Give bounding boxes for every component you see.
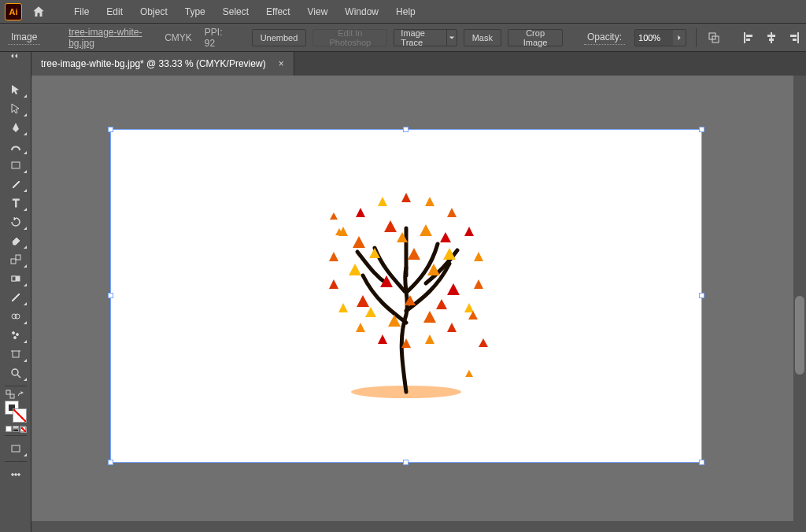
svg-rect-8: [797, 32, 799, 43]
transform-icon[interactable]: [706, 29, 722, 46]
svg-point-19: [12, 332, 14, 334]
svg-rect-2: [744, 32, 745, 43]
svg-rect-29: [12, 445, 20, 452]
opacity-input[interactable]: [635, 30, 673, 46]
home-icon[interactable]: [28, 2, 49, 22]
gradient-tool[interactable]: [2, 269, 30, 288]
align-right-icon[interactable]: [786, 29, 801, 46]
color-mode-label: CMYK: [161, 32, 195, 43]
tab-title: tree-image-white-bg.jpg* @ 33.33 % (CMYK…: [41, 58, 266, 69]
symbol-sprayer-tool[interactable]: [2, 326, 30, 345]
svg-rect-11: [12, 162, 20, 168]
svg-rect-28: [10, 394, 14, 398]
paintbrush-tool[interactable]: [2, 175, 30, 194]
svg-point-25: [12, 369, 18, 375]
selection-handle[interactable]: [699, 127, 704, 132]
svg-point-18: [15, 314, 20, 319]
svg-point-32: [17, 474, 20, 476]
svg-point-30: [11, 474, 13, 476]
edit-toolbar[interactable]: [2, 465, 30, 484]
align-center-icon[interactable]: [763, 29, 779, 46]
canvas-area[interactable]: [31, 76, 793, 521]
fill-stroke-swap[interactable]: [6, 390, 26, 399]
rotate-tool[interactable]: [2, 212, 30, 231]
expand-panel-icon[interactable]: [0, 52, 31, 76]
direct-selection-tool[interactable]: [2, 99, 30, 118]
eyedropper-tool[interactable]: [2, 288, 30, 307]
tools-panel: T: [0, 76, 31, 532]
opacity-field[interactable]: [634, 29, 686, 46]
screen-mode-tool[interactable]: [2, 439, 30, 458]
document-tab[interactable]: tree-image-white-bg.jpg* @ 33.33 % (CMYK…: [31, 52, 294, 76]
menu-effect[interactable]: Effect: [258, 2, 298, 22]
svg-rect-5: [771, 32, 772, 43]
svg-point-31: [14, 474, 17, 476]
menu-edit[interactable]: Edit: [98, 2, 131, 22]
close-icon[interactable]: ×: [279, 58, 284, 69]
svg-rect-22: [13, 351, 19, 357]
type-tool[interactable]: T: [2, 194, 30, 212]
selected-image[interactable]: [110, 129, 702, 463]
chevron-down-icon[interactable]: [446, 30, 457, 46]
selection-handle[interactable]: [403, 460, 409, 465]
svg-rect-3: [746, 35, 752, 37]
svg-rect-9: [790, 35, 797, 37]
svg-rect-27: [6, 390, 10, 394]
opacity-label: Opacity:: [584, 30, 625, 45]
crop-image-button[interactable]: Crop Image: [508, 29, 563, 46]
control-bar: Image tree-image-white-bg.jpg CMYK PPI: …: [0, 24, 806, 52]
menu-object[interactable]: Object: [132, 2, 176, 22]
pen-tool[interactable]: [2, 118, 30, 137]
color-mode-switches[interactable]: [6, 426, 26, 432]
svg-point-21: [13, 337, 16, 339]
svg-point-20: [16, 334, 18, 336]
scrollbar-thumb[interactable]: [795, 296, 804, 375]
selection-handle[interactable]: [108, 460, 113, 465]
svg-rect-6: [767, 35, 775, 37]
selection-handle[interactable]: [699, 460, 704, 465]
horizontal-scrollbar[interactable]: [31, 521, 793, 532]
eraser-tool[interactable]: [2, 231, 30, 250]
svg-rect-4: [746, 39, 750, 41]
curvature-tool[interactable]: [2, 137, 30, 156]
mask-button[interactable]: Mask: [464, 29, 501, 46]
svg-rect-7: [769, 39, 774, 41]
linked-filename[interactable]: tree-image-white-bg.jpg: [65, 27, 155, 49]
fill-stroke-colors[interactable]: [5, 401, 27, 423]
rectangle-tool[interactable]: [2, 156, 30, 175]
unembed-button[interactable]: Unembed: [252, 29, 307, 46]
chevron-right-icon[interactable]: [673, 35, 686, 41]
selection-handle[interactable]: [699, 293, 704, 298]
svg-rect-16: [12, 276, 16, 281]
ppi-label: PPI: 92: [202, 27, 234, 49]
menu-file[interactable]: File: [66, 2, 97, 22]
menu-bar: Ai File Edit Object Type Select Effect V…: [0, 0, 806, 24]
selection-handle[interactable]: [403, 127, 409, 132]
svg-rect-14: [16, 255, 20, 260]
svg-rect-10: [793, 39, 797, 41]
image-trace-dropdown[interactable]: Image Trace: [394, 29, 457, 46]
artboard-tool[interactable]: [2, 345, 30, 364]
selection-handle[interactable]: [108, 127, 113, 132]
menu-type[interactable]: Type: [177, 2, 213, 22]
menu-window[interactable]: Window: [337, 2, 386, 22]
svg-rect-13: [11, 259, 16, 264]
menu-select[interactable]: Select: [215, 2, 257, 22]
context-label[interactable]: Image: [8, 30, 40, 45]
edit-in-photoshop-button: Edit In Photoshop: [312, 29, 387, 46]
scale-tool[interactable]: [2, 250, 30, 269]
svg-text:T: T: [13, 198, 20, 209]
menu-view[interactable]: View: [300, 2, 336, 22]
vertical-scrollbar[interactable]: [793, 76, 806, 521]
document-tab-strip: tree-image-white-bg.jpg* @ 33.33 % (CMYK…: [0, 52, 806, 76]
selection-handle[interactable]: [108, 293, 113, 298]
selection-tool[interactable]: [2, 80, 30, 99]
svg-line-26: [17, 375, 20, 378]
menu-help[interactable]: Help: [388, 2, 423, 22]
zoom-tool[interactable]: [2, 364, 30, 382]
app-logo: Ai: [5, 3, 22, 20]
tree-artwork: [296, 173, 516, 409]
blend-tool[interactable]: [2, 307, 30, 326]
align-left-icon[interactable]: [741, 29, 756, 46]
